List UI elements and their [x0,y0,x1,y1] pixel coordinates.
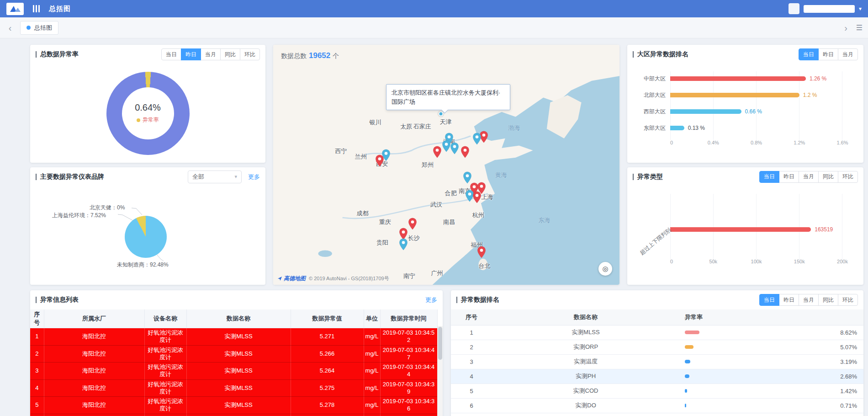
brand-filter-select[interactable]: 全部 ▾ [188,171,242,183]
filter-button-当月[interactable]: 当月 [799,171,819,183]
filter-button-当日[interactable]: 当日 [161,48,181,60]
bar[interactable] [670,93,799,97]
map-pin-blue[interactable] [472,133,481,146]
bar-row: 中部大区1.26 % [632,70,842,87]
anomaly-list-table: 序号所属水厂设备名称数据名称数据异常值单位数据异常时间 1海阳北控好氧池污泥浓度… [30,309,438,416]
brand-more-link[interactable]: 更多 [248,173,260,181]
map-pin-blue[interactable] [450,142,459,156]
filter-button-昨日[interactable]: 昨日 [818,48,838,60]
filter-button-当日[interactable]: 当日 [759,294,779,306]
legend-dot-icon [137,118,140,122]
filter-button-环比[interactable]: 环比 [838,294,858,306]
rank-name-cell: 实测MLSS [492,325,679,340]
bar[interactable] [670,227,811,232]
filter-button-同比[interactable]: 同比 [818,294,838,306]
alarm-table-row[interactable] [30,414,437,416]
map-pin-red[interactable] [460,146,469,160]
rate-bar[interactable] [685,345,693,349]
alarm-table-row[interactable]: 4海阳北控好氧池污泥浓度计实测MLSS5.275mg/L2019-07-03 1… [30,379,437,397]
filter-button-同比[interactable]: 同比 [818,171,838,183]
scrollbar-thumb[interactable] [438,327,442,360]
bar[interactable] [670,109,741,114]
tabs-scroll-right-icon[interactable]: › [842,23,851,32]
brand-pie[interactable] [125,216,167,258]
donut-legend[interactable]: 异常率 [137,116,159,124]
rate-bar[interactable] [685,404,686,407]
user-name-redacted[interactable] [804,5,855,13]
menu-collapse-icon[interactable] [31,3,42,14]
bar-category-text: 西部大区 [644,108,666,115]
filter-button-昨日[interactable]: 昨日 [779,294,799,306]
rank-name-cell: 实测ORP [492,340,679,354]
alarm-table-row[interactable]: 5海阳北控好氧池污泥浓度计实测MLSS5.278mg/L2019-07-03 1… [30,397,437,414]
rank-table-row[interactable]: 2实测ORP5.07% [451,340,863,354]
filter-button-当月[interactable]: 当月 [799,294,819,306]
rank-table-row[interactable]: 5实测COD1.42% [451,384,863,398]
chart-rows: 中部大区1.26 %北部大区1.2 %西部大区0.66 %东部大区0.13 % [632,70,842,136]
rate-bar[interactable] [685,331,699,334]
pin-icon [442,140,451,152]
main-content: 总数据异常率 当日昨日当月同比环比 0.64% 异常率 主要数据异常仪表品牌 [0,38,868,416]
select-value: 全部 [192,173,204,181]
filter-button-同比[interactable]: 同比 [220,48,240,60]
filter-button-昨日[interactable]: 昨日 [779,171,799,183]
anomaly-rate-donut[interactable]: 0.64% 异常率 [106,72,190,155]
anomaly-list-more-link[interactable]: 更多 [425,296,437,304]
scrollbar[interactable]: ▼ [437,326,443,416]
tabs-menu-icon[interactable]: ☰ [856,23,863,32]
map-locate-button[interactable]: ◎ [598,262,612,276]
tab-overview[interactable]: 总括图 [20,21,58,35]
alarm-table-row[interactable]: 1海阳北控好氧池污泥浓度计实测MLSS5.271mg/L2019-07-03 1… [30,328,437,346]
filter-button-昨日[interactable]: 昨日 [181,48,201,60]
alarm-table-row[interactable]: 2海阳北控好氧池污泥浓度计实测MLSS5.266mg/L2019-07-03 1… [30,345,437,363]
alarm-table-row[interactable]: 3海阳北控好氧池污泥浓度计实测MLSS5.264mg/L2019-07-03 1… [30,363,437,380]
rate-bar[interactable] [685,360,690,363]
anomaly-list-card: 异常信息列表 更多 序号所属水厂设备名称数据名称数据异常值单位数据异常时间 1海… [30,290,443,416]
map-pin-blue[interactable] [399,238,408,252]
filter-button-环比[interactable]: 环比 [838,171,858,183]
filter-button-当月[interactable]: 当月 [838,48,858,60]
rank-no-cell: 3 [451,354,492,369]
region-rank-card: 大区异常数据排名 当日昨日当月 中部大区1.26 %北部大区1.2 %西部大区0… [627,45,863,163]
alarm-cell: mg/L [364,397,380,414]
rank-table-row[interactable]: 3实测温度3.19% [451,354,863,369]
rank-rate-cell: 0.71% [679,398,863,413]
rank-table-row[interactable]: 4实测PH2.68% [451,369,863,384]
alarm-cell: 5 [30,397,44,414]
bar-track: 1.26 % [670,76,842,81]
alarm-cell [30,414,44,416]
rank-no-cell: 1 [451,325,492,340]
filter-button-环比[interactable]: 环比 [240,48,260,60]
map-pin-red[interactable] [472,191,481,205]
filter-button-当月[interactable]: 当月 [201,48,221,60]
filter-button-当日[interactable]: 当日 [799,48,819,60]
axis-tick-label: 150k [794,259,805,264]
axis-tick-label: 1.2% [794,140,805,145]
map-pin-red[interactable] [477,246,486,260]
user-menu-caret-icon[interactable]: ▾ [859,5,862,12]
bar[interactable] [670,76,806,81]
rate-bar[interactable] [685,389,687,393]
alarm-cell [364,414,380,416]
rank-rate-cell: 8.62% [679,325,863,340]
map-pin-red[interactable] [433,146,441,160]
user-avatar[interactable] [789,3,799,14]
amap-logo[interactable]: 高德地图 [277,275,306,283]
rate-value: 2.68% [840,373,857,380]
alarm-cell: 好氧池污泥浓度计 [144,363,186,380]
filter-button-当日[interactable]: 当日 [759,171,779,183]
app-logo[interactable] [6,3,24,15]
tabs-scroll-left-icon[interactable]: ‹ [5,23,15,32]
map-pin-blue[interactable] [442,140,451,154]
alarm-cell: 实测MLSS [186,345,291,363]
chart-rows: 超过上下限判别163519 [632,221,842,238]
map-pin-red[interactable] [408,218,417,231]
rate-bar[interactable] [685,374,689,378]
axis-tick-label: 100k [751,259,762,264]
map-pin-blue[interactable] [438,112,443,117]
alarm-cell: 2 [30,345,44,363]
rank-table-row[interactable]: 6实测DO0.71% [451,398,863,413]
map-pin-red[interactable] [375,155,384,168]
rank-table-row[interactable]: 1实测MLSS8.62% [451,325,863,340]
bar[interactable] [670,126,684,130]
